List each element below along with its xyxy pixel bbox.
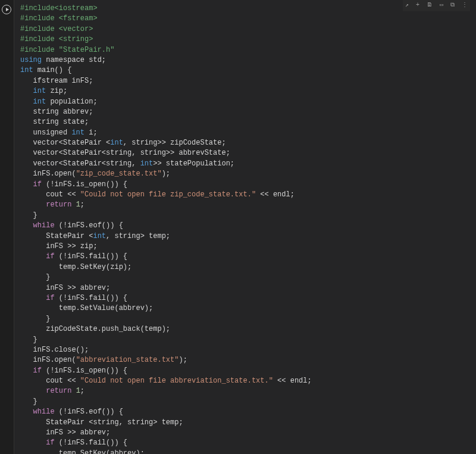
code-line[interactable]: inFS >> abbrev; xyxy=(20,428,470,438)
token-kw: return xyxy=(46,201,71,209)
run-button[interactable] xyxy=(2,5,11,14)
tool-icon[interactable]: + xyxy=(416,1,419,10)
tool-icon[interactable]: ↗ xyxy=(405,1,409,10)
code-line[interactable]: temp.SetValue(abbrev); xyxy=(20,303,470,314)
token-kw: if xyxy=(33,180,42,189)
token-id: zip; xyxy=(46,87,67,95)
token-id: ; xyxy=(80,387,84,395)
token-id: cout << xyxy=(46,377,80,385)
code-line[interactable]: cout << "Could not open file abbreviatio… xyxy=(20,376,470,386)
code-line[interactable]: int main() { xyxy=(20,65,470,76)
token-id: inFS.open( xyxy=(33,356,76,364)
token-id: ); xyxy=(178,356,187,364)
code-line[interactable]: while (!inFS.eof()) { xyxy=(20,221,470,231)
code-line[interactable]: int population; xyxy=(20,97,470,107)
token-pp: #include "StatePair.h" xyxy=(20,46,114,54)
code-line[interactable]: } xyxy=(20,314,470,324)
token-id: namespace std; xyxy=(42,56,106,64)
code-line[interactable]: if (!inFS.fail()) { xyxy=(20,293,470,303)
token-kw: if xyxy=(46,439,54,447)
code-line[interactable]: #include <vector> xyxy=(20,24,470,35)
code-line[interactable]: ifstream inFS; xyxy=(20,76,470,86)
token-num: 1 xyxy=(76,201,80,209)
token-kw: return xyxy=(46,387,71,395)
code-line[interactable]: StatePair <string, string> temp; xyxy=(20,418,470,428)
token-kw: while xyxy=(33,408,55,416)
code-line[interactable]: } xyxy=(20,211,470,221)
token-id: inFS >> abbrev; xyxy=(46,428,110,437)
code-line[interactable]: vector<StatePair<string, string>> abbrev… xyxy=(20,148,470,158)
tool-icon[interactable]: ⋮ xyxy=(462,1,468,10)
tool-icon[interactable]: ▭ xyxy=(440,1,443,10)
code-line[interactable]: StatePair <int, string> temp; xyxy=(20,231,470,242)
token-id: (!inFS.is_open()) { xyxy=(42,367,127,375)
token-id xyxy=(71,201,76,209)
token-id: } xyxy=(46,315,50,323)
token-id xyxy=(71,387,76,395)
token-id: (!inFS.is_open()) { xyxy=(42,180,127,189)
token-id: cout << xyxy=(46,190,80,199)
token-str: "zip_code_state.txt" xyxy=(76,170,162,178)
code-line[interactable]: #include "StatePair.h" xyxy=(20,45,470,55)
token-id: inFS.open( xyxy=(33,170,76,178)
token-type: int xyxy=(71,129,84,137)
code-editor[interactable]: #include<iostream>#include <fstream>#inc… xyxy=(14,0,476,454)
code-line[interactable]: if (!inFS.fail()) { xyxy=(20,252,470,262)
code-line[interactable]: } xyxy=(20,397,470,407)
token-id: } xyxy=(46,273,50,281)
code-line[interactable]: inFS.close(); xyxy=(20,345,470,355)
code-line[interactable]: if (!inFS.fail()) { xyxy=(20,438,470,448)
code-line[interactable]: while (!inFS.eof()) { xyxy=(20,407,470,417)
token-id: ; xyxy=(80,201,84,209)
code-line[interactable]: temp.SetKey(zip); xyxy=(20,262,470,273)
token-str: "Could not open file abbreviation_state.… xyxy=(80,377,273,385)
token-id: main() { xyxy=(33,66,72,74)
token-id: (!inFS.eof()) { xyxy=(55,408,123,416)
code-line[interactable]: if (!inFS.is_open()) { xyxy=(20,366,470,376)
token-id: StatePair <string, string> temp; xyxy=(46,418,183,427)
tool-icon[interactable]: ⧉ xyxy=(450,1,455,10)
token-id: zipCodeState.push_back(temp); xyxy=(46,325,170,333)
token-id: , string>> zipCodeState; xyxy=(123,139,226,147)
token-id: population; xyxy=(46,98,97,106)
code-line[interactable]: temp.SetKey(abbrev); xyxy=(20,449,470,454)
token-id: inFS >> zip; xyxy=(46,242,97,251)
code-line[interactable]: return 1; xyxy=(20,200,470,210)
code-line[interactable]: using namespace std; xyxy=(20,55,470,65)
code-line[interactable]: inFS.open("abbreviation_state.txt"); xyxy=(20,355,470,365)
token-pp: #include<iostream> xyxy=(20,4,98,12)
code-line[interactable]: inFS.open("zip_code_state.txt"); xyxy=(20,169,470,179)
token-id: StatePair < xyxy=(46,232,93,240)
code-line[interactable]: } xyxy=(20,273,470,283)
code-line[interactable]: string state; xyxy=(20,117,470,127)
token-id: } xyxy=(33,336,37,344)
token-str: "abbreviation_state.txt" xyxy=(76,356,179,364)
token-id: , string> temp; xyxy=(106,232,170,240)
code-line[interactable]: if (!inFS.is_open()) { xyxy=(20,180,470,190)
token-str: "Could not open file zip_code_state.txt.… xyxy=(80,190,256,199)
code-line[interactable]: cout << "Could not open file zip_code_st… xyxy=(20,190,470,200)
code-line[interactable]: int zip; xyxy=(20,86,470,96)
token-id: temp.SetKey(zip); xyxy=(59,263,131,271)
code-line[interactable]: string abbrev; xyxy=(20,107,470,117)
code-line[interactable]: #include <fstream> xyxy=(20,14,470,24)
code-line[interactable]: return 1; xyxy=(20,386,470,396)
code-line[interactable]: zipCodeState.push_back(temp); xyxy=(20,324,470,334)
token-id: vector<StatePair<string, xyxy=(33,159,140,168)
code-line[interactable]: } xyxy=(20,335,470,345)
token-id: (!inFS.eof()) { xyxy=(55,221,123,230)
code-line[interactable]: inFS >> abbrev; xyxy=(20,283,470,293)
code-line[interactable]: vector<StatePair <int, string>> zipCodeS… xyxy=(20,138,470,148)
token-type: int xyxy=(20,66,33,74)
editor-toolbar: ↗ + 🗎 ▭ ⧉ ⋮ xyxy=(403,0,470,11)
code-line[interactable]: vector<StatePair<string, int>> statePopu… xyxy=(20,159,470,169)
code-line[interactable]: #include <string> xyxy=(20,35,470,45)
code-line[interactable]: inFS >> zip; xyxy=(20,242,470,252)
tool-icon[interactable]: 🗎 xyxy=(427,1,433,10)
code-line[interactable]: unsigned int i; xyxy=(20,128,470,138)
token-kw: if xyxy=(46,252,54,261)
token-id: ifstream inFS; xyxy=(33,77,93,85)
token-type: using xyxy=(20,56,42,64)
token-id: string abbrev; xyxy=(33,108,93,116)
token-id: >> statePopulation; xyxy=(153,159,234,168)
